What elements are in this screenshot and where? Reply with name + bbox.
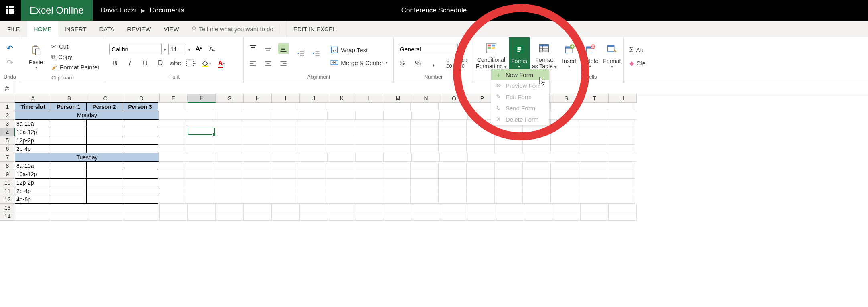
cell-I12[interactable]	[270, 195, 298, 204]
cell-R6[interactable]	[523, 145, 551, 153]
cell-J12[interactable]	[298, 195, 326, 204]
cell-Q4[interactable]	[495, 128, 523, 136]
cell-C12[interactable]	[86, 195, 122, 204]
col-header-G[interactable]: G	[216, 94, 244, 103]
cell-B1[interactable]: Person 1	[51, 102, 87, 111]
cell-B11[interactable]	[51, 187, 87, 195]
cell-E3[interactable]	[158, 120, 186, 128]
col-header-L[interactable]: L	[356, 94, 384, 103]
row-header-14[interactable]: 14	[0, 212, 15, 221]
cell-S6[interactable]	[551, 145, 579, 153]
cell-R10[interactable]	[523, 179, 551, 187]
cell-F12[interactable]	[186, 195, 214, 204]
cell-F4[interactable]	[186, 128, 214, 136]
cell-E13[interactable]	[160, 204, 188, 212]
cell-I5[interactable]	[270, 136, 298, 145]
cell-N13[interactable]	[412, 204, 440, 212]
cell-L1[interactable]	[354, 103, 382, 111]
cell-M7[interactable]	[384, 153, 412, 162]
cell-E1[interactable]	[158, 103, 186, 111]
dropdown-icon[interactable]	[188, 45, 190, 53]
cell-L11[interactable]	[354, 187, 382, 195]
cell-U11[interactable]	[607, 187, 635, 195]
cell-J14[interactable]	[300, 212, 328, 221]
strikethrough-button[interactable]: abc	[170, 58, 181, 69]
cell-B12[interactable]	[51, 195, 87, 204]
cell-C6[interactable]	[86, 144, 122, 153]
cell-K5[interactable]	[326, 136, 354, 145]
cell-N2[interactable]	[412, 111, 440, 120]
cell-U6[interactable]	[607, 145, 635, 153]
cell-H7[interactable]	[243, 153, 271, 162]
cell-K1[interactable]	[326, 103, 354, 111]
cell-U4[interactable]	[607, 128, 635, 136]
row-header-10[interactable]: 10	[0, 179, 15, 187]
app-brand[interactable]: Excel Online	[21, 0, 93, 21]
cell-E5[interactable]	[158, 136, 186, 145]
cell-O1[interactable]	[439, 103, 467, 111]
row-header-11[interactable]: 11	[0, 187, 15, 195]
cut-button[interactable]: ✂ Cut	[50, 42, 101, 51]
cell-P9[interactable]	[467, 170, 495, 179]
cell-S2[interactable]	[552, 111, 580, 120]
cell-I1[interactable]	[270, 103, 298, 111]
col-header-I[interactable]: I	[272, 94, 300, 103]
col-header-E[interactable]: E	[160, 94, 188, 103]
cell-U12[interactable]	[607, 195, 635, 204]
delete-cells-button[interactable]: Delete ▾	[580, 37, 601, 73]
tab-review[interactable]: REVIEW	[121, 21, 157, 37]
cell-U1[interactable]	[607, 103, 635, 111]
cell-I9[interactable]	[270, 170, 298, 179]
col-header-O[interactable]: O	[440, 94, 468, 103]
conditional-formatting-button[interactable]: Conditional Formatting ▾	[473, 37, 509, 73]
cell-O6[interactable]	[439, 145, 467, 153]
cell-J5[interactable]	[298, 136, 326, 145]
cell-H8[interactable]	[242, 162, 270, 170]
cell-K9[interactable]	[326, 170, 354, 179]
dropdown-icon[interactable]	[459, 45, 461, 53]
cell-T10[interactable]	[579, 179, 607, 187]
cell-T5[interactable]	[579, 136, 607, 145]
cell-G9[interactable]	[214, 170, 242, 179]
align-center-button[interactable]	[263, 59, 273, 69]
cell-L5[interactable]	[354, 136, 382, 145]
cell-H14[interactable]	[244, 212, 272, 221]
cell-P10[interactable]	[467, 179, 495, 187]
cell-E12[interactable]	[158, 195, 186, 204]
cell-F8[interactable]	[186, 162, 214, 170]
cell-Q12[interactable]	[495, 195, 523, 204]
cell-J11[interactable]	[298, 187, 326, 195]
cell-D4[interactable]	[122, 128, 158, 136]
cell-N5[interactable]	[411, 136, 439, 145]
col-header-K[interactable]: K	[328, 94, 356, 103]
cell-B6[interactable]	[51, 144, 87, 153]
cell-S1[interactable]	[551, 103, 579, 111]
cell-K8[interactable]	[326, 162, 354, 170]
cell-S12[interactable]	[551, 195, 579, 204]
cell-N12[interactable]	[411, 195, 439, 204]
cell-E2[interactable]	[159, 111, 187, 120]
cell-C5[interactable]	[86, 136, 122, 145]
cell-D5[interactable]	[122, 136, 158, 145]
cell-B9[interactable]	[51, 170, 87, 179]
cell-B13[interactable]	[51, 204, 87, 212]
cell-G7[interactable]	[215, 153, 243, 162]
cell-M2[interactable]	[384, 111, 412, 120]
cell-G3[interactable]	[214, 120, 242, 128]
cell-H6[interactable]	[242, 145, 270, 153]
cell-P11[interactable]	[467, 187, 495, 195]
col-header-C[interactable]: C	[87, 94, 123, 103]
cell-R8[interactable]	[523, 162, 551, 170]
row-header-8[interactable]: 8	[0, 162, 15, 170]
cell-L7[interactable]	[356, 153, 384, 162]
cell-G10[interactable]	[214, 179, 242, 187]
cell-O3[interactable]	[439, 120, 467, 128]
cell-I4[interactable]	[270, 128, 298, 136]
cell-G5[interactable]	[214, 136, 242, 145]
cell-P7[interactable]	[468, 153, 496, 162]
cell-U3[interactable]	[607, 120, 635, 128]
cell-K12[interactable]	[326, 195, 354, 204]
cell-U5[interactable]	[607, 136, 635, 145]
cell-F9[interactable]	[186, 170, 214, 179]
cell-C10[interactable]	[86, 178, 122, 187]
